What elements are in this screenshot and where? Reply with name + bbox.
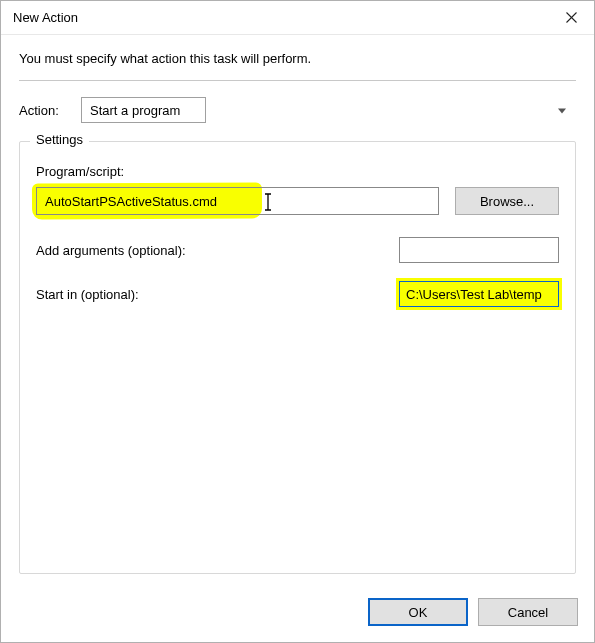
action-select[interactable]: Start a program: [81, 97, 206, 123]
program-input[interactable]: [36, 187, 439, 215]
action-select-wrap: Start a program: [81, 97, 576, 123]
program-label: Program/script:: [36, 164, 559, 179]
startin-input[interactable]: [399, 281, 559, 307]
program-input-wrap: [36, 187, 439, 215]
action-row: Action: Start a program: [19, 97, 576, 123]
startin-input-wrap: [399, 281, 559, 307]
action-label: Action:: [19, 103, 71, 118]
startin-label: Start in (optional):: [36, 287, 139, 302]
ok-button[interactable]: OK: [368, 598, 468, 626]
program-row: Browse...: [36, 187, 559, 215]
dialog-content: You must specify what action this task w…: [1, 35, 594, 588]
arguments-row: Add arguments (optional):: [36, 237, 559, 263]
settings-group: Settings Program/script: Browse... Add a…: [19, 141, 576, 574]
browse-button[interactable]: Browse...: [455, 187, 559, 215]
cancel-button[interactable]: Cancel: [478, 598, 578, 626]
instruction-text: You must specify what action this task w…: [19, 51, 576, 66]
close-button[interactable]: [548, 1, 594, 35]
arguments-input[interactable]: [399, 237, 559, 263]
titlebar: New Action: [1, 1, 594, 35]
settings-legend: Settings: [30, 132, 89, 147]
close-icon: [566, 12, 577, 23]
startin-row: Start in (optional):: [36, 281, 559, 307]
dialog-window: New Action You must specify what action …: [0, 0, 595, 643]
arguments-label: Add arguments (optional):: [36, 243, 186, 258]
window-title: New Action: [13, 10, 78, 25]
button-row: OK Cancel: [1, 588, 594, 642]
divider: [19, 80, 576, 81]
